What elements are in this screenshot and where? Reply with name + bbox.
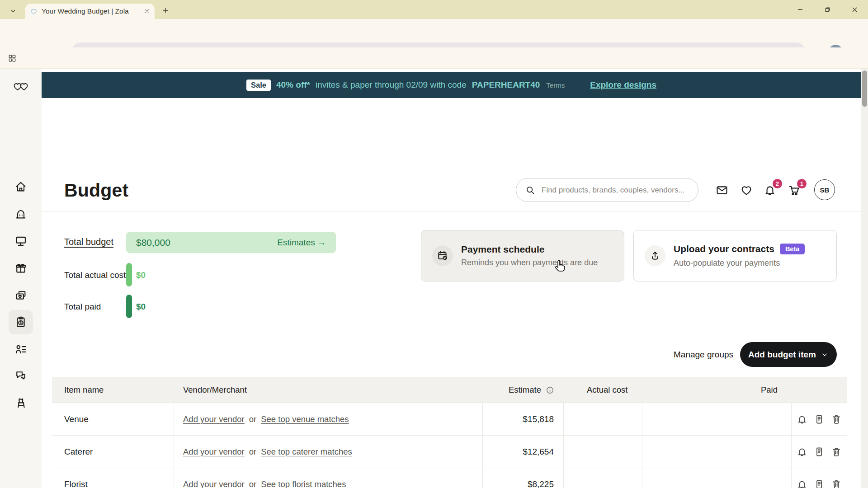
svg-text:$: $ [20,321,22,325]
top-matches-link[interactable]: See top florist matches [261,479,346,488]
browser-tab[interactable]: Your Wedding Budget | Zola [25,4,155,19]
zola-hearts-logo[interactable] [9,74,33,99]
notification-badge: 2 [773,179,782,188]
promo-banner: Sale 40% off* invites & paper through 02… [42,72,861,98]
tab-strip: Your Wedding Budget | Zola [0,0,868,19]
cart-badge: 1 [797,179,807,188]
budget-table: Item name Vendor/Merchant Estimate Actua… [52,377,847,488]
col-paid: Paid [642,377,778,403]
sidebar-guest-list-icon[interactable] [9,337,33,361]
cart-icon[interactable]: 1 [787,183,802,197]
item-name: Caterer [64,436,168,468]
table-row: Venue Add your vendor or See top venue m… [52,403,847,436]
total-actual-cost-label: Total actual cost [64,270,126,280]
upload-contracts-title: Upload your contracts [674,244,774,254]
estimate-value: $8,225 [482,468,554,488]
add-budget-item-label: Add budget item [748,350,816,360]
estimate-value: $12,654 [482,436,554,468]
account-avatar[interactable]: SB [814,179,835,200]
add-vendor-link[interactable]: Add your vendor [183,414,245,424]
notes-icon[interactable] [814,479,825,488]
window-close-button[interactable] [847,3,862,16]
sidebar-vendor-chat-icon[interactable] [9,364,33,388]
window-maximize-button[interactable] [820,3,835,16]
add-budget-item-button[interactable]: Add budget item [740,342,837,367]
notes-icon[interactable] [814,446,825,457]
add-vendor-link[interactable]: Add your vendor [183,479,245,488]
sidebar-seating-chair-icon[interactable] [9,391,33,415]
col-item-name: Item name [64,377,104,403]
total-paid-label: Total paid [64,302,101,312]
actual-cost-bar [126,263,132,286]
sidebar-registry-gift-icon[interactable] [9,256,33,280]
or-text: or [249,479,256,488]
sidebar-invites-icon[interactable] [9,283,33,308]
calendar-clock-icon [432,245,453,266]
sidebar-budget-icon[interactable]: $ [9,310,33,334]
total-budget-value: $80,000 [136,237,170,248]
favorites-heart-icon[interactable] [739,183,754,197]
explore-designs-link[interactable]: Explore designs [590,80,656,90]
browser-window: Your Wedding Budget | Zola [0,0,868,488]
or-text: or [249,414,256,424]
item-name: Venue [64,403,168,436]
page-title: Budget [64,180,128,201]
top-matches-link[interactable]: See top caterer matches [261,447,352,457]
estimate-info-icon[interactable] [546,377,554,403]
estimates-link[interactable]: Estimates → [277,238,326,248]
delete-trash-icon[interactable] [831,446,842,457]
bookmarks-bar [0,47,868,69]
new-tab-button[interactable] [159,4,172,17]
banner-offer-bold: 40% off* [276,80,310,90]
reminder-bell-icon[interactable] [797,414,807,425]
payment-schedule-card[interactable]: Payment schedule Reminds you when paymen… [421,230,624,282]
browser-toolbar: zola.com/wedding/manage/budget S [0,19,868,47]
scrollbar-track[interactable] [861,69,868,488]
manage-groups-link[interactable]: Manage groups [674,350,733,360]
chevron-down-icon [821,351,829,359]
scrollbar-thumb[interactable] [862,70,867,107]
payment-schedule-title: Payment schedule [461,244,598,255]
messages-envelope-icon[interactable] [715,183,729,197]
tab-search-chevron-icon[interactable] [6,4,20,18]
sidebar-home-icon[interactable] [9,174,33,199]
total-budget-bar: $80,000 Estimates → [126,232,336,253]
table-row: Caterer Add your vendor or See top cater… [52,436,847,468]
search-icon [525,185,535,195]
add-vendor-link[interactable]: Add your vendor [183,447,245,457]
upload-icon [645,245,665,266]
sidebar-venue-arch-icon[interactable] [9,202,33,226]
sidebar-website-icon[interactable] [9,229,33,253]
page-content: $ Sale 40% off* invites & paper through … [0,69,868,488]
col-actual-cost: Actual cost [587,377,628,403]
sale-badge: Sale [246,80,271,91]
notes-icon[interactable] [814,414,825,425]
reminder-bell-icon[interactable] [797,479,807,488]
total-actual-cost-value: $0 [136,270,146,280]
table-header: Item name Vendor/Merchant Estimate Actua… [52,377,847,403]
upload-contracts-subtitle: Auto-populate your payments [674,258,805,268]
favicon-heart-icon [30,8,38,15]
apps-grid-icon[interactable] [6,52,19,65]
estimate-value: $15,818 [482,403,554,436]
col-vendor: Vendor/Merchant [183,377,247,403]
total-budget-label[interactable]: Total budget [64,237,113,247]
delete-trash-icon[interactable] [831,414,842,425]
upload-contracts-card[interactable]: Upload your contractsBeta Auto-populate … [633,230,837,282]
or-text: or [249,447,256,457]
payment-schedule-subtitle: Reminds you when payments are due [461,258,598,267]
tab-close-icon[interactable] [144,8,150,14]
window-minimize-button[interactable] [793,3,808,16]
item-name: Florist [64,468,168,488]
tab-title: Your Wedding Budget | Zola [42,7,140,15]
search-bar[interactable] [516,178,698,202]
top-matches-link[interactable]: See top venue matches [261,414,349,424]
col-estimate: Estimate [482,377,541,403]
banner-promo-code: PAPERHEART40 [472,80,540,90]
terms-link[interactable]: Terms [546,81,565,89]
search-input[interactable] [541,185,689,195]
reminder-bell-icon[interactable] [797,446,807,457]
delete-trash-icon[interactable] [831,479,842,488]
table-row: Florist Add your vendor or See top flori… [52,468,847,488]
notifications-bell-icon[interactable]: 2 [763,183,777,197]
